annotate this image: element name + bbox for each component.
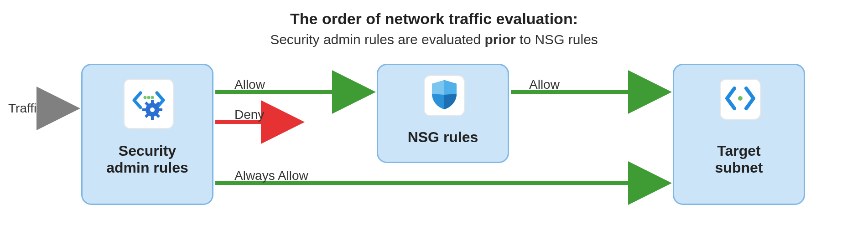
label-allow-2: Allow: [529, 77, 560, 92]
label-deny: Deny: [234, 107, 264, 122]
edges-layer: [0, 0, 868, 230]
label-always-allow: Always Allow: [234, 169, 308, 183]
label-allow-1: Allow: [234, 77, 265, 92]
